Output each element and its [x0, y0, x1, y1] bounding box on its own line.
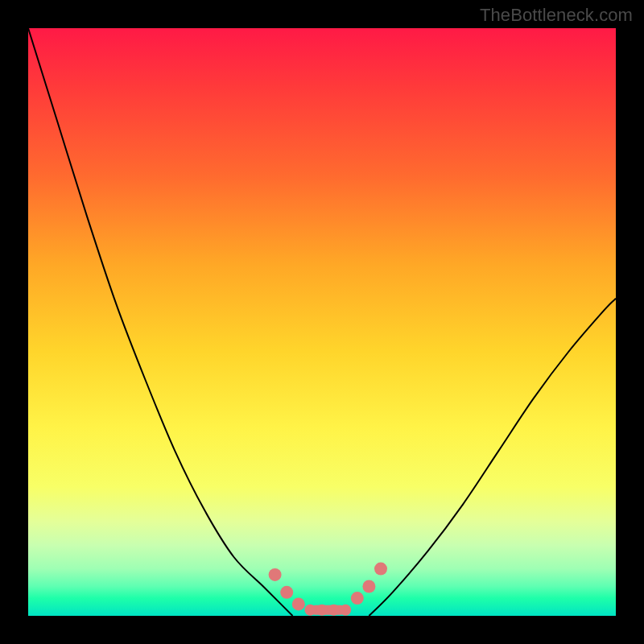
bottom-markers-center-point [304, 605, 316, 616]
bottom-markers-right-point [351, 592, 364, 605]
bottom-markers-right-point [362, 580, 375, 593]
bottom-markers-center-point [316, 605, 328, 616]
curve-layer [28, 28, 616, 616]
bottom-markers-center-point [340, 605, 351, 616]
watermark-text: TheBottleneck.com [480, 5, 633, 26]
bottom-markers-left-point [280, 586, 293, 599]
bottom-markers-left-point [269, 568, 282, 581]
left-curve [28, 28, 293, 616]
bottom-markers-center-point [328, 605, 340, 616]
chart-svg [28, 28, 616, 616]
bottom-markers-left-point [292, 597, 305, 610]
plot-area [28, 28, 616, 616]
chart-frame: TheBottleneck.com [0, 0, 644, 644]
marker-layer [269, 563, 387, 616]
right-curve [369, 299, 616, 616]
bottom-markers-right-point [374, 563, 387, 576]
